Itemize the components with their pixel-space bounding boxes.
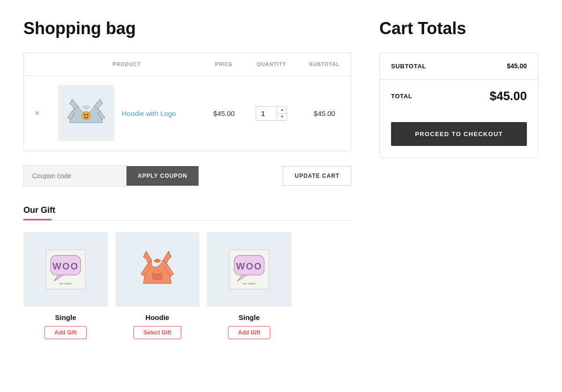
quantity-down-button[interactable]: ▼ [277, 114, 287, 120]
apply-coupon-button[interactable]: APPLY COUPON [126, 166, 199, 186]
svg-text:WOO: WOO [52, 261, 79, 271]
table-row: × [24, 76, 351, 151]
gift-grid: WOO the single Single Add Gift [23, 232, 351, 346]
page-title: Shopping bag [23, 19, 351, 38]
gift-info-3: Single Add Gift [207, 307, 291, 346]
col-subtotal: SUBTOTAL [298, 53, 351, 76]
subtotal-value: $45.00 [507, 62, 527, 70]
cart-totals-box: SUBTOTAL $45.00 TOTAL $45.00 PROCEED TO … [379, 52, 539, 158]
svg-point-2 [87, 114, 88, 116]
gift-card-1: WOO the single Single Add Gift [23, 232, 108, 346]
hoodie-pink-svg [139, 244, 176, 295]
product-name-link[interactable]: Hoodie with Logo [122, 109, 176, 117]
our-gift-section: Our Gift WOO [23, 205, 351, 346]
quantity-up-button[interactable]: ▲ [277, 107, 287, 114]
gift-card-3: WOO the single Single Add Gift [207, 232, 291, 346]
gift-info-2: Hoodie Select Gift [115, 307, 200, 346]
svg-text:the single: the single [59, 282, 72, 285]
gift-image-2 [115, 232, 200, 307]
col-remove [24, 53, 51, 76]
subtotal-label: SUBTOTAL [391, 63, 426, 70]
svg-point-0 [81, 111, 91, 120]
product-price: $45.00 [203, 76, 245, 151]
gift-name-3: Single [238, 313, 259, 321]
gift-name-1: Single [55, 313, 76, 321]
subtotal-row: SUBTOTAL $45.00 [380, 53, 538, 80]
col-product: PRODUCT [51, 53, 203, 76]
gift-button-3[interactable]: Add Gift [228, 326, 270, 339]
cart-totals-panel: Cart Totals SUBTOTAL $45.00 TOTAL $45.00… [379, 19, 539, 158]
product-image [58, 85, 114, 141]
gift-image-3: WOO the single [207, 232, 291, 307]
svg-text:WOO: WOO [236, 261, 262, 271]
total-row: TOTAL $45.00 [380, 80, 538, 113]
woo-single-svg-3: WOO the single [226, 246, 273, 293]
quantity-input[interactable] [256, 107, 277, 120]
gift-button-2[interactable]: Select Gift [133, 326, 181, 339]
gift-image-1: WOO the single [23, 232, 108, 307]
update-cart-button[interactable]: UPDATE CART [283, 166, 351, 186]
svg-point-1 [84, 114, 85, 116]
total-label: TOTAL [391, 93, 412, 100]
gift-card-2: Hoodie Select Gift [115, 232, 200, 346]
checkout-button[interactable]: PROCEED TO CHECKOUT [391, 122, 527, 146]
product-subtotal: $45.00 [298, 76, 351, 151]
total-value: $45.00 [489, 89, 527, 103]
quantity-control: ▲ ▼ [256, 106, 287, 121]
our-gift-title: Our Gift [23, 205, 351, 215]
woo-single-svg-1: WOO the single [42, 246, 89, 293]
coupon-input[interactable] [23, 165, 126, 187]
remove-item-button[interactable]: × [33, 107, 41, 119]
svg-text:the single: the single [243, 282, 255, 285]
col-quantity: QUANTITY [245, 53, 298, 76]
gift-name-2: Hoodie [146, 313, 170, 321]
cart-totals-title: Cart Totals [379, 19, 539, 38]
hoodie-logo-image [65, 92, 107, 134]
coupon-row: APPLY COUPON UPDATE CART [23, 165, 351, 187]
gift-info-1: Single Add Gift [23, 307, 108, 346]
col-price: PRICE [203, 53, 245, 76]
gift-button-1[interactable]: Add Gift [44, 326, 86, 339]
cart-table: PRODUCT PRICE QUANTITY SUBTOTAL × [23, 52, 351, 151]
